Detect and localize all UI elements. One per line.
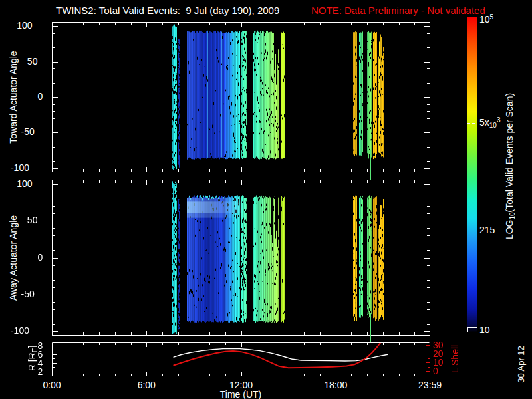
y-tick-label: 0 bbox=[37, 253, 43, 262]
colorbar-tick-label: 105 bbox=[479, 15, 493, 24]
label-part: 10 bbox=[509, 212, 516, 219]
label-part: 5 bbox=[490, 13, 494, 21]
date-stamp: 30 Apr 12 bbox=[517, 346, 525, 383]
lshell-tick-label: 0 bbox=[433, 366, 438, 376]
y-tick-label: -50 bbox=[21, 127, 35, 136]
y-tick-label: -100 bbox=[11, 163, 29, 172]
colorbar-label: LOG10(Total Valid Events per Scan) bbox=[505, 93, 514, 239]
x-tick-label: 12:00 bbox=[229, 380, 253, 390]
y-tick-label: 100 bbox=[17, 21, 32, 30]
toward-spectrogram bbox=[52, 22, 430, 180]
data-note: NOTE: Data Preliminary - Not validated bbox=[311, 5, 485, 15]
y-tick-label: -50 bbox=[21, 289, 35, 299]
away-ylabel: Away Actuator Angle bbox=[9, 215, 18, 301]
label-part: 10 bbox=[479, 325, 490, 335]
plot-title: TWINS2: Total Valid Events: 9 Jul (day 1… bbox=[56, 5, 279, 15]
r-tick-label: 2 bbox=[37, 367, 43, 376]
y-tick-label: 50 bbox=[27, 215, 38, 225]
away-spectrogram bbox=[52, 180, 430, 344]
colorbar bbox=[467, 17, 477, 332]
colorbar-tick-label: 10 bbox=[479, 325, 490, 334]
label-part: 215 bbox=[479, 225, 495, 235]
x-tick-label: 6:00 bbox=[138, 380, 156, 390]
label-part: 3 bbox=[497, 116, 501, 124]
y-tick-label: 0 bbox=[37, 92, 43, 101]
x-tick-label: 0:00 bbox=[43, 380, 61, 390]
label-part: 10 bbox=[479, 14, 490, 25]
label-part: 10 bbox=[489, 122, 497, 129]
label-part: (Total Valid Events per Scan) bbox=[504, 93, 515, 213]
time-axis-label: Time (UT) bbox=[220, 390, 261, 399]
y-tick-label: 100 bbox=[17, 179, 32, 188]
label-part: LOG bbox=[504, 220, 515, 240]
twins-plot: TWINS2: Total Valid Events: 9 Jul (day 1… bbox=[0, 0, 532, 399]
toward-ylabel: Toward Actuator Angle bbox=[9, 51, 18, 143]
ephemeris-panel bbox=[52, 342, 430, 376]
lshell-axis-label: L Shell bbox=[450, 345, 460, 373]
label-part: 5x bbox=[479, 117, 489, 128]
colorbar-tick-label: 5x103 bbox=[479, 118, 500, 127]
x-tick-label: 18:00 bbox=[324, 380, 347, 390]
y-tick-label: -100 bbox=[11, 326, 29, 335]
label-part: R [R bbox=[27, 352, 37, 371]
r-axis-label: R [RE] bbox=[27, 346, 37, 372]
y-tick-label: 50 bbox=[27, 57, 38, 66]
colorbar-tick-label: 215 bbox=[479, 225, 495, 235]
x-tick-label: 23:59 bbox=[418, 380, 442, 390]
